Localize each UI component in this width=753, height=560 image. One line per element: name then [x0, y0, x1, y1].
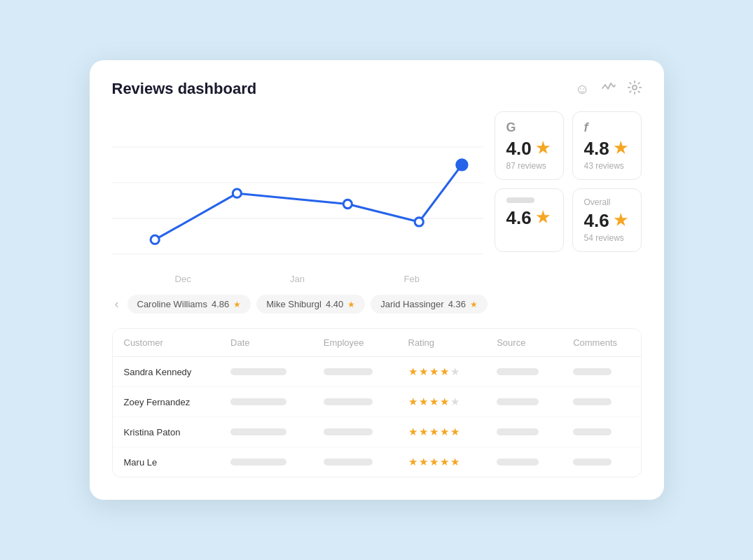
page-title: Reviews dashboard: [112, 80, 257, 98]
col-customer: Customer: [113, 329, 220, 357]
employee-rating-0: 4.86: [212, 299, 229, 309]
employee-star-1: ★: [347, 300, 355, 309]
customer-name: Maru Le: [113, 447, 220, 477]
comments-cell: [562, 417, 640, 447]
facebook-rating-card: f 4.8 ★ 43 reviews: [572, 111, 642, 180]
google-review-count: 87 reviews: [506, 161, 552, 171]
table-header-row: Customer Date Employee Rating Source Com…: [113, 329, 641, 357]
platform-bar: [506, 197, 534, 203]
date-bar: [230, 368, 286, 375]
employee-bar-cell: [324, 398, 373, 405]
activity-icon[interactable]: [601, 80, 616, 99]
comments-cell: [562, 447, 640, 477]
col-comments: Comments: [562, 329, 640, 357]
unknown-score: 4.6: [506, 207, 532, 229]
comments-cell: [562, 387, 640, 417]
rating-cell: ★★★★★: [397, 447, 486, 477]
date-cell: [219, 357, 312, 387]
col-employee: Employee: [312, 329, 397, 357]
table-row: Zoey Fernandez ★★★★★: [113, 387, 641, 417]
col-date: Date: [219, 329, 312, 357]
employee-name-0: Caroline Williams: [137, 299, 207, 309]
x-axis-labels: Dec Jan Feb: [112, 274, 483, 284]
employee-cell: [312, 387, 397, 417]
svg-point-0: [633, 85, 637, 90]
overall-star-icon: ★: [614, 211, 628, 230]
google-star-icon: ★: [536, 139, 550, 158]
source-cell: [485, 447, 562, 477]
google-score: 4.0: [506, 138, 532, 160]
employee-bar-cell: [324, 428, 373, 435]
comments-bar: [573, 398, 612, 405]
rating-row-top: G 4.0 ★ 87 reviews f 4.8 ★ 43 reviews: [495, 111, 642, 180]
prev-employee-button[interactable]: ‹: [112, 294, 122, 314]
customer-name: Zoey Fernandez: [113, 387, 220, 417]
line-chart: [112, 111, 483, 268]
dashboard-header: Reviews dashboard ☺: [112, 80, 642, 99]
google-rating-value: 4.0 ★: [506, 138, 552, 160]
employee-star-2: ★: [470, 300, 478, 309]
google-rating-card: G 4.0 ★ 87 reviews: [495, 111, 564, 180]
emoji-icon[interactable]: ☺: [575, 81, 589, 97]
col-rating: Rating: [397, 329, 486, 357]
table-row: Maru Le ★★★★★: [113, 447, 641, 477]
employee-name-2: Jarid Hassinger: [380, 299, 443, 309]
x-label-feb: Feb: [354, 274, 469, 284]
overall-rating-value: 4.6 ★: [584, 210, 630, 232]
employee-star-0: ★: [233, 300, 241, 309]
google-platform-label: G: [506, 120, 552, 135]
employee-name-1: Mike Shiburgl: [266, 299, 322, 309]
employee-bar: ‹ Caroline Williams 4.86 ★ Mike Shiburgl…: [112, 294, 642, 314]
employee-cell: [312, 447, 397, 477]
overall-score: 4.6: [584, 210, 609, 232]
customer-name: Kristina Paton: [113, 417, 220, 447]
comments-bar: [573, 368, 612, 375]
date-bar: [230, 428, 286, 435]
settings-icon[interactable]: [628, 80, 642, 98]
source-bar: [497, 458, 539, 465]
employee-cell: [312, 417, 397, 447]
header-icons-group: ☺: [575, 80, 641, 99]
date-bar: [230, 458, 286, 465]
reviews-table: Customer Date Employee Rating Source Com…: [113, 329, 641, 477]
customer-name: Sandra Kennedy: [113, 357, 220, 387]
overall-review-count: 54 reviews: [584, 233, 630, 243]
svg-point-6: [233, 189, 241, 197]
table-row: Sandra Kennedy ★★★★★: [113, 357, 641, 387]
col-source: Source: [485, 329, 562, 357]
employee-rating-2: 4.36: [448, 299, 466, 309]
employee-pill-1[interactable]: Mike Shiburgl 4.40 ★: [256, 295, 365, 314]
comments-cell: [562, 357, 640, 387]
overall-rating-card: Overall 4.6 ★ 54 reviews: [572, 188, 642, 252]
employee-pill-2[interactable]: Jarid Hassinger 4.36 ★: [371, 295, 488, 314]
rating-cell: ★★★★★: [397, 387, 486, 417]
unknown-star-icon: ★: [536, 209, 550, 227]
x-label-jan: Jan: [240, 274, 354, 284]
unknown-rating-card: 4.6 ★: [495, 188, 564, 252]
facebook-star-icon: ★: [614, 139, 628, 158]
rating-row-bottom: 4.6 ★ Overall 4.6 ★ 54 reviews: [495, 188, 642, 252]
employee-cell: [312, 357, 397, 387]
x-label-dec: Dec: [126, 274, 240, 284]
source-cell: [485, 417, 562, 447]
source-cell: [485, 357, 562, 387]
main-content: Dec Jan Feb G 4.0 ★ 87 reviews f: [112, 111, 642, 284]
rating-cell: ★★★★★: [397, 417, 486, 447]
svg-point-8: [415, 218, 423, 226]
svg-point-7: [343, 200, 352, 208]
employee-pill-0[interactable]: Caroline Williams 4.86 ★: [127, 295, 251, 314]
source-cell: [485, 387, 562, 417]
overall-platform-label: Overall: [584, 197, 630, 207]
facebook-platform-label: f: [584, 120, 630, 135]
date-cell: [219, 447, 312, 477]
employee-rating-1: 4.40: [326, 299, 343, 309]
comments-bar: [573, 458, 612, 465]
table-row: Kristina Paton ★★★★★: [113, 417, 641, 447]
date-bar: [230, 398, 286, 405]
reviews-table-wrap: Customer Date Employee Rating Source Com…: [112, 328, 642, 477]
employee-bar-cell: [324, 458, 373, 465]
rating-cards-panel: G 4.0 ★ 87 reviews f 4.8 ★ 43 reviews: [495, 111, 642, 284]
employee-bar-cell: [324, 368, 373, 375]
rating-cell: ★★★★★: [397, 357, 486, 387]
svg-point-5: [151, 235, 159, 244]
